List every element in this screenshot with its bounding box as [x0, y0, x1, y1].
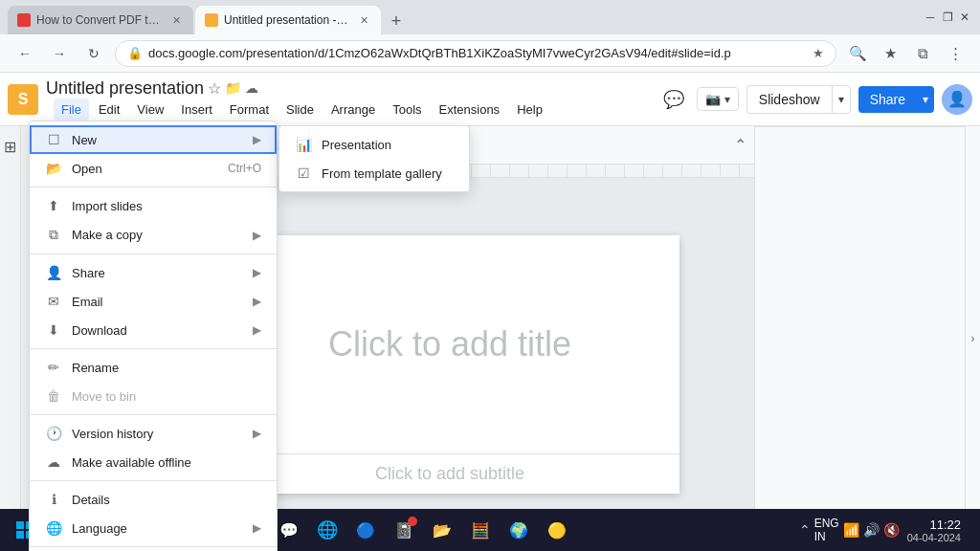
menu-file[interactable]: File — [54, 99, 89, 121]
menu-format[interactable]: Format — [222, 99, 277, 121]
menu-item-new[interactable]: ☐ New ▶ 📊 Presentation ☑ From template g… — [30, 125, 277, 154]
mute-icon[interactable]: 🔇 — [883, 522, 900, 538]
language-arrow-icon: ▶ — [253, 521, 261, 535]
props-collapse-button[interactable]: › — [965, 126, 980, 551]
menu-insert[interactable]: Insert — [173, 99, 220, 121]
side-panel-toggle[interactable]: ⊞ — [0, 126, 21, 551]
menu-item-share[interactable]: 👤 Share ▶ — [30, 258, 277, 287]
teams-icon: 💬 — [279, 521, 299, 540]
new-arrow-icon: ▶ — [253, 133, 261, 146]
system-clock[interactable]: 11:22 04-04-2024 — [907, 518, 961, 543]
menu-item-details[interactable]: ℹ Details — [30, 485, 277, 514]
menu-item-email[interactable]: ✉ Email ▶ — [30, 287, 277, 316]
language-label: Language — [72, 521, 243, 536]
grid-icon[interactable]: ⊞ — [4, 138, 16, 156]
new-submenu: 📊 Presentation ☑ From template gallery — [278, 125, 470, 192]
file-dropdown-menu: ☐ New ▶ 📊 Presentation ☑ From template g… — [29, 121, 278, 551]
browser-titlebar: How to Convert PDF to Google... ✕ Untitl… — [0, 0, 980, 34]
menu-view[interactable]: View — [129, 99, 171, 121]
taskbar-app-other[interactable]: 🟡 — [540, 513, 574, 547]
collapse-panel-icon[interactable]: ⌃ — [734, 136, 746, 154]
taskbar-app-maps[interactable]: 🌍 — [501, 513, 536, 547]
menu-item-download[interactable]: ⬇ Download ▶ — [30, 316, 277, 344]
menu-item-language[interactable]: 🌐 Language ▶ — [30, 514, 277, 542]
share-label: Share — [72, 266, 243, 280]
rename-icon: ✏ — [45, 360, 62, 375]
import-icon: ⬆ — [45, 198, 62, 213]
clock-date: 04-04-2024 — [907, 532, 961, 543]
slide-canvas[interactable]: Click to add title Click to add subtitle — [220, 235, 679, 494]
address-bar: ← → ↻ 🔒 docs.google.com/presentation/d/1… — [0, 34, 980, 73]
window-controls: ─ ❐ ✕ — [923, 10, 972, 25]
tab-1[interactable]: How to Convert PDF to Google... ✕ — [8, 6, 193, 34]
tab-2-close[interactable]: ✕ — [356, 12, 371, 28]
taskbar-app-onenote[interactable]: 📓 — [387, 513, 421, 547]
comments-button[interactable]: 💬 — [658, 84, 689, 115]
user-avatar[interactable]: 👤 — [942, 84, 972, 115]
menu-item-offline[interactable]: ☁ Make available offline — [30, 448, 277, 476]
slideshow-dropdown-button[interactable]: ▾ — [832, 85, 851, 114]
taskbar-app-folder2[interactable]: 📂 — [425, 513, 459, 547]
menu-help[interactable]: Help — [509, 99, 550, 121]
svg-rect-2 — [16, 531, 24, 539]
movetobin-label: Move to bin — [72, 389, 261, 404]
slideshow-button[interactable]: Slideshow — [746, 85, 832, 114]
copy-icon: ⧉ — [45, 227, 62, 243]
taskbar-app-edge[interactable]: 🌐 — [310, 513, 345, 547]
reload-button[interactable]: ↻ — [80, 40, 107, 67]
browser-toolbar-icons: 🔍 ★ ⧉ ⋮ — [844, 40, 969, 67]
taskbar-app-calc[interactable]: 🧮 — [463, 513, 498, 547]
app-header: S Untitled presentation ☆ 📁 ☁ File Edit … — [0, 73, 980, 126]
taskbar-app-chrome[interactable]: 🔵 — [348, 513, 383, 547]
show-desktop-button[interactable] — [969, 513, 972, 547]
folder-icon[interactable]: 📁 — [225, 80, 241, 96]
clock-time: 11:22 — [907, 518, 961, 532]
close-window-button[interactable]: ✕ — [957, 10, 972, 25]
menu-item-open[interactable]: 📂 Open Ctrl+O — [30, 154, 277, 183]
maps-icon: 🌍 — [509, 521, 528, 540]
details-icon: ℹ — [45, 492, 62, 507]
menu-slide[interactable]: Slide — [278, 99, 322, 121]
tab-2[interactable]: Untitled presentation - Google... ✕ — [195, 6, 381, 34]
share-button[interactable]: Share — [858, 86, 917, 113]
search-icon-btn[interactable]: 🔍 — [844, 40, 871, 67]
submenu-from-template[interactable]: ☑ From template gallery — [279, 159, 469, 187]
slide-subtitle-area[interactable]: Click to add subtitle — [220, 453, 679, 494]
svg-rect-0 — [16, 521, 24, 529]
forward-button[interactable]: → — [46, 40, 73, 67]
back-button[interactable]: ← — [11, 40, 38, 67]
menu-tools[interactable]: Tools — [385, 99, 429, 121]
menu-edit[interactable]: Edit — [91, 99, 127, 121]
download-label: Download — [72, 323, 243, 338]
browser-menu-btn[interactable]: ⋮ — [942, 40, 969, 67]
volume-icon[interactable]: 🔊 — [863, 522, 880, 538]
download-icon: ⬇ — [45, 322, 62, 338]
share-dropdown-button[interactable]: ▾ — [917, 86, 934, 113]
menu-item-version-history[interactable]: 🕐 Version history ▶ — [30, 419, 277, 448]
extension-icon-btn[interactable]: ⧉ — [909, 40, 936, 67]
camera-dropdown-icon: ▾ — [724, 93, 730, 106]
doc-title[interactable]: Untitled presentation — [46, 78, 204, 99]
url-bar[interactable]: 🔒 docs.google.com/presentation/d/1CmzO62… — [115, 40, 836, 67]
menu-item-makecopy[interactable]: ⧉ Make a copy ▶ — [30, 220, 277, 250]
wifi-icon[interactable]: 📶 — [843, 522, 859, 538]
new-tab-button[interactable]: + — [383, 8, 410, 34]
open-label: Open — [72, 162, 218, 176]
menu-item-import[interactable]: ⬆ Import slides — [30, 191, 277, 220]
notification-dot — [408, 517, 417, 526]
slide-title-area[interactable]: Click to add title — [220, 235, 679, 453]
menu-arrange[interactable]: Arrange — [323, 99, 383, 121]
menu-extensions[interactable]: Extensions — [432, 99, 508, 121]
star-button[interactable]: ☆ — [208, 79, 221, 98]
menu-item-rename[interactable]: ✏ Rename — [30, 353, 277, 382]
camera-icon: 📷 — [705, 92, 721, 106]
submenu-presentation[interactable]: 📊 Presentation — [279, 130, 469, 159]
system-tray: ⌃ ENGIN 📶 🔊 🔇 — [799, 517, 900, 543]
minimize-button[interactable]: ─ — [923, 10, 938, 25]
bookmark-icon-btn[interactable]: ★ — [877, 40, 903, 67]
tab-1-close[interactable]: ✕ — [168, 12, 184, 28]
camera-button[interactable]: 📷 ▾ — [697, 87, 739, 111]
import-label: Import slides — [72, 199, 261, 213]
maximize-button[interactable]: ❐ — [940, 10, 955, 25]
tray-chevron-icon[interactable]: ⌃ — [799, 522, 811, 538]
